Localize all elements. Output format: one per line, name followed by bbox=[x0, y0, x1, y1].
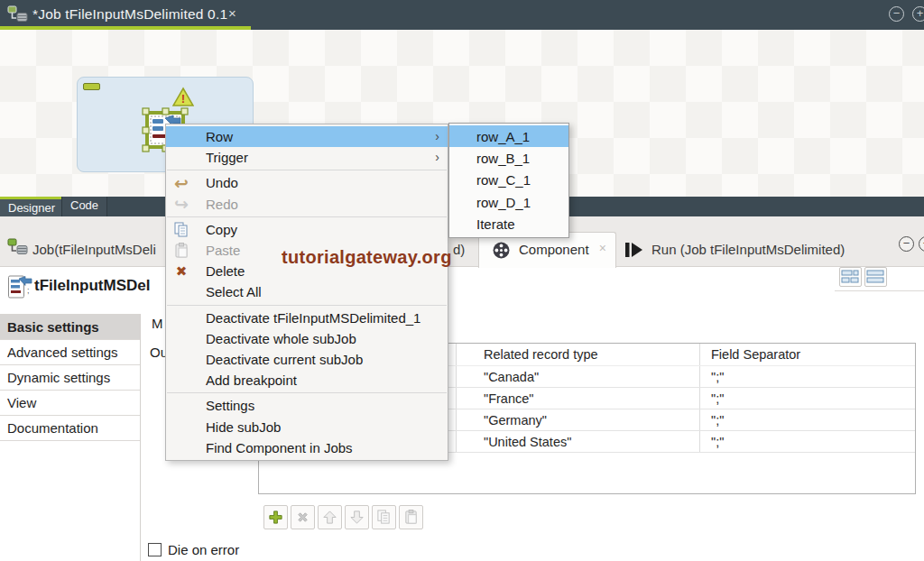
tab-job[interactable]: Job(tFileInputMsDeli bbox=[32, 242, 156, 257]
menu-item-deactivate-current-subjob[interactable]: Deactivate current subJob bbox=[166, 349, 448, 370]
menu-item-deactivate-component[interactable]: Deactivate tFileInputMSDelimited_1 bbox=[166, 308, 448, 328]
tab-component-label: Component bbox=[519, 242, 589, 257]
menu-item-row[interactable]: Row › bbox=[166, 126, 448, 147]
sidebar-item-view[interactable]: View bbox=[0, 391, 140, 416]
menu-item-hide-subjob[interactable]: Hide subJob bbox=[166, 416, 448, 437]
menu-item-find-component-in-jobs[interactable]: Find Component in Jobs bbox=[166, 437, 448, 458]
copy-icon bbox=[171, 220, 192, 240]
subjob-badge bbox=[83, 83, 100, 90]
active-tab-underline bbox=[0, 26, 251, 30]
editor-tab-title: *Job tFileInputMsDelimited 0.1 bbox=[32, 6, 227, 23]
tab-run-label: Run (Job tFileInputMsDelimited) bbox=[651, 242, 845, 257]
sidebar-item-dynamic-settings[interactable]: Dynamic settings bbox=[0, 365, 140, 391]
redo-icon: ↪ bbox=[171, 195, 192, 215]
context-menu: Row › Trigger › ↩ Undo ↪ Redo Copy bbox=[165, 124, 448, 461]
menu-item-trigger[interactable]: Trigger › bbox=[166, 147, 448, 168]
row-submenu: row_A_1 row_B_1 row_C_1 row_D_1 Iterate bbox=[448, 123, 569, 238]
die-on-error-option[interactable]: Die on error bbox=[148, 542, 239, 557]
undo-icon: ↩ bbox=[171, 173, 192, 193]
menu-separator bbox=[167, 392, 447, 393]
tab-component-close-icon[interactable]: × bbox=[599, 241, 606, 255]
submenu-item-iterate[interactable]: Iterate bbox=[449, 214, 568, 235]
svg-text:!: ! bbox=[181, 93, 185, 106]
sidebar-item-advanced-settings[interactable]: Advanced settings bbox=[0, 340, 140, 365]
cell-field-separator[interactable]: ";" bbox=[700, 409, 915, 430]
maximize-icon[interactable]: + bbox=[912, 6, 924, 22]
talend-studio-window: *Job tFileInputMsDelimited 0.1 × − + bbox=[0, 0, 924, 561]
run-play-icon bbox=[624, 242, 644, 262]
palette-icon bbox=[492, 241, 511, 263]
svg-text:;: ; bbox=[27, 286, 30, 295]
panel-maximize-icon[interactable]: + bbox=[919, 236, 924, 252]
remove-row-button[interactable] bbox=[291, 505, 315, 529]
menu-item-select-all[interactable]: Select All bbox=[166, 281, 448, 302]
tab-code[interactable]: Code bbox=[61, 197, 107, 216]
menu-item-copy[interactable]: Copy bbox=[166, 219, 448, 240]
table-toolbar bbox=[263, 505, 423, 529]
add-row-button[interactable] bbox=[263, 505, 288, 529]
component-panel-title: tFileInputMSDel bbox=[34, 277, 150, 295]
sidebar-item-documentation[interactable]: Documentation bbox=[0, 416, 140, 441]
table-header-field-separator: Field Separator bbox=[700, 344, 915, 365]
editor-tab-close-icon[interactable]: × bbox=[228, 5, 236, 21]
move-down-button[interactable] bbox=[345, 505, 369, 529]
cell-field-separator[interactable]: ";" bbox=[700, 366, 915, 387]
submenu-item-row-a-1[interactable]: row_A_1 bbox=[449, 125, 568, 147]
submenu-arrow-icon: › bbox=[435, 129, 439, 143]
menu-separator bbox=[167, 216, 447, 217]
delete-icon: ✖ bbox=[171, 262, 192, 281]
paste-icon bbox=[171, 241, 192, 261]
editor-tab-bar: *Job tFileInputMsDelimited 0.1 × − + bbox=[0, 0, 924, 30]
cell-record-type[interactable]: "United States" bbox=[457, 431, 700, 452]
table-header-record-type: Related record type bbox=[457, 344, 700, 365]
settings-sidebar: Basic settings Advanced settings Dynamic… bbox=[0, 314, 141, 561]
job-icon bbox=[7, 5, 29, 28]
component-settings-panel: ; tFileInputMSDel Basic settings Advance… bbox=[0, 267, 924, 561]
menu-separator bbox=[167, 305, 447, 306]
warning-icon: ! bbox=[172, 87, 194, 112]
menu-separator bbox=[167, 170, 447, 170]
menu-item-undo[interactable]: ↩ Undo bbox=[166, 172, 448, 193]
submenu-item-row-d-1[interactable]: row_D_1 bbox=[449, 191, 568, 213]
submenu-arrow-icon: › bbox=[435, 150, 439, 164]
menu-item-add-breakpoint[interactable]: Add breakpoint bbox=[166, 370, 448, 391]
menu-item-settings[interactable]: Settings bbox=[166, 395, 448, 416]
panel-minimize-icon[interactable]: − bbox=[899, 236, 914, 252]
divider bbox=[835, 290, 924, 291]
tab-contexts-partial[interactable]: d) bbox=[453, 242, 465, 257]
sidebar-item-basic-settings[interactable]: Basic settings bbox=[0, 315, 140, 340]
cell-record-type[interactable]: "Germany" bbox=[457, 409, 700, 430]
copy-rows-button[interactable] bbox=[372, 505, 396, 529]
die-on-error-label: Die on error bbox=[168, 542, 239, 557]
submenu-item-row-c-1[interactable]: row_C_1 bbox=[449, 170, 568, 191]
watermark: tutorialgateway.org bbox=[282, 247, 452, 268]
component-title-icon: ; bbox=[7, 273, 32, 304]
cell-field-separator[interactable]: ";" bbox=[700, 388, 915, 409]
layout-rows-view-button[interactable] bbox=[864, 267, 887, 287]
die-on-error-checkbox[interactable] bbox=[148, 543, 162, 556]
paste-rows-button[interactable] bbox=[399, 505, 423, 529]
submenu-item-row-b-1[interactable]: row_B_1 bbox=[449, 147, 568, 169]
minimize-icon[interactable]: − bbox=[889, 6, 904, 22]
cell-record-type[interactable]: "Canada" bbox=[457, 366, 700, 387]
field-label-partial-m: M bbox=[152, 316, 163, 331]
job-icon bbox=[7, 237, 29, 261]
tab-designer[interactable]: Designer bbox=[0, 197, 61, 216]
cell-field-separator[interactable]: ";" bbox=[700, 431, 915, 452]
menu-item-deactivate-whole-subjob[interactable]: Deactivate whole subJob bbox=[166, 328, 448, 349]
menu-item-redo[interactable]: ↪ Redo bbox=[166, 194, 448, 215]
move-up-button[interactable] bbox=[318, 505, 342, 529]
cell-record-type[interactable]: "France" bbox=[457, 388, 700, 409]
layout-grid-view-button[interactable] bbox=[839, 267, 862, 287]
